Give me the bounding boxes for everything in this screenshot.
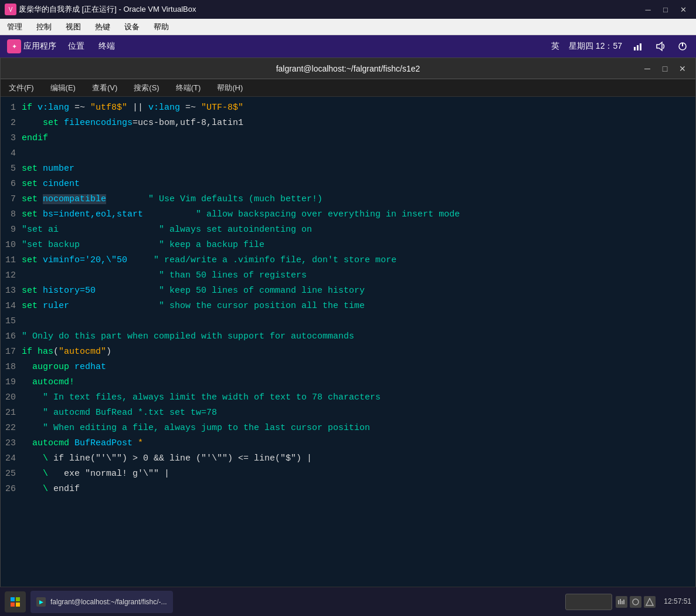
terminal-window-controls: ─ □ ✕ — [639, 62, 691, 76]
line-number: 22 — [1, 421, 22, 436]
menu-devices[interactable]: 设备 — [122, 21, 142, 33]
terminal-window: falgrant@localhost:~/falgrant/fishc/s1e2… — [0, 57, 696, 616]
terminal-title: falgrant@localhost:~/falgrant/fishc/s1e2 — [276, 64, 420, 73]
win-titlebar: V 废柴华的自我养成 [正在运行] - Oracle VM VirtualBox… — [0, 0, 696, 19]
taskbar-search[interactable] — [565, 594, 612, 610]
terminal-minimize[interactable]: ─ — [639, 62, 656, 76]
code-line-6: 6set cindent — [1, 177, 695, 192]
term-menu-search[interactable]: 搜索(S) — [130, 82, 162, 94]
line-number: 18 — [1, 360, 22, 375]
line-number: 19 — [1, 375, 22, 390]
line-content: " When editing a file, always jump to th… — [22, 421, 695, 436]
terminal-maximize[interactable]: □ — [657, 62, 673, 76]
menu-control[interactable]: 控制 — [34, 21, 54, 33]
code-line-2: 2 set fileencodings=ucs-bom,utf-8,latin1 — [1, 116, 695, 131]
line-number: 24 — [1, 451, 22, 466]
line-number: 23 — [1, 436, 22, 451]
code-line-5: 5set number — [1, 161, 695, 177]
minimize-button[interactable]: ─ — [640, 3, 656, 16]
volume-icon[interactable] — [654, 40, 667, 53]
menu-help[interactable]: 帮助 — [151, 21, 171, 33]
terminal-app-icon: ▶ — [36, 597, 46, 607]
term-menu-help[interactable]: 帮助(H) — [213, 82, 246, 94]
line-number: 10 — [1, 238, 22, 253]
terminal-titlebar: falgrant@localhost:~/falgrant/fishc/s1e2… — [1, 58, 695, 79]
line-number: 15 — [1, 314, 22, 329]
code-line-3: 3endif — [1, 131, 695, 146]
start-button[interactable] — [5, 591, 26, 612]
code-line-13: 13set history=50 " keep 50 lines of comm… — [1, 283, 695, 299]
taskbar-icon-2 — [630, 596, 641, 608]
tray-left: ✦ 应用程序 位置 终端 — [7, 39, 115, 53]
close-button[interactable]: ✕ — [675, 3, 691, 16]
line-content: endif — [22, 131, 695, 146]
vbox-menubar: 管理 控制 视图 热键 设备 帮助 — [0, 19, 696, 35]
window-title: 废柴华的自我养成 [正在运行] - Oracle VM VirtualBox — [19, 4, 196, 15]
taskbar-app-label: falgrant@localhost:~/falgrant/fishc/-... — [50, 598, 167, 606]
terminal-close[interactable]: ✕ — [674, 62, 691, 76]
line-number: 4 — [1, 146, 22, 161]
svg-marker-15 — [646, 598, 653, 605]
language-indicator[interactable]: 英 — [551, 41, 559, 52]
nav-terminal[interactable]: 终端 — [99, 41, 115, 52]
line-content: autocmd! — [22, 375, 695, 390]
line-content: set nocompatible " Use Vim defaults (muc… — [22, 192, 695, 207]
app-menu-label[interactable]: 应用程序 — [23, 41, 56, 52]
maximize-button[interactable]: □ — [657, 3, 674, 16]
network-icon[interactable] — [632, 40, 644, 53]
line-content: augroup redhat — [22, 360, 695, 375]
taskbar-icon-3 — [644, 596, 656, 608]
line-content: "set backup " keep a backup file — [22, 238, 695, 253]
taskbar-right-area: 12:57:51 — [565, 594, 691, 610]
term-menu-file[interactable]: 文件(F) — [5, 82, 38, 94]
line-content: set bs=indent,eol,start " allow backspac… — [22, 207, 695, 222]
system-tray: ✦ 应用程序 位置 终端 英 星期四 12：57 — [0, 35, 696, 57]
taskbar-icon-1 — [616, 596, 627, 608]
svg-rect-0 — [634, 47, 636, 50]
tray-right: 英 星期四 12：57 — [551, 40, 689, 53]
menu-manage[interactable]: 管理 — [5, 21, 25, 33]
term-menu-view[interactable]: 查看(V) — [89, 82, 121, 94]
code-editor[interactable]: 1if v:lang =~ "utf8$" || v:lang =~ "UTF-… — [1, 97, 695, 599]
applications-menu[interactable]: ✦ 应用程序 — [7, 39, 56, 53]
svg-rect-6 — [11, 597, 15, 601]
line-content: set cindent — [22, 177, 695, 192]
line-number: 9 — [1, 222, 22, 238]
line-content: \ exe "normal! g'\"" | — [22, 466, 695, 482]
line-content: \ if line("'\"") > 0 && line ("'\"") <= … — [22, 451, 695, 466]
code-line-10: 10"set backup " keep a backup file — [1, 238, 695, 253]
datetime-display: 星期四 12：57 — [569, 41, 622, 52]
term-menu-terminal[interactable]: 终端(T) — [172, 82, 205, 94]
code-line-14: 14set ruler " show the cursor position a… — [1, 299, 695, 314]
code-line-22: 22 " When editing a file, always jump to… — [1, 421, 695, 436]
line-content: " In text files, always limit the width … — [22, 390, 695, 405]
line-number: 26 — [1, 482, 22, 497]
line-content: set viminfo='20,\"50 " read/write a .vim… — [22, 253, 695, 268]
window-controls: ─ □ ✕ — [640, 3, 691, 16]
code-line-19: 19 autocmd! — [1, 375, 695, 390]
line-content: " autocmd BufRead *.txt set tw=78 — [22, 405, 695, 421]
line-number: 1 — [1, 100, 22, 116]
code-line-9: 9"set ai " always set autoindenting on — [1, 222, 695, 238]
svg-rect-7 — [16, 597, 20, 601]
svg-rect-8 — [11, 603, 15, 607]
term-menu-edit[interactable]: 编辑(E) — [47, 82, 79, 94]
line-content: "set ai " always set autoindenting on — [22, 222, 695, 238]
menu-view[interactable]: 视图 — [63, 21, 83, 33]
line-number: 3 — [1, 131, 22, 146]
tray-nav: 位置 终端 — [68, 41, 115, 52]
code-line-21: 21 " autocmd BufRead *.txt set tw=78 — [1, 405, 695, 421]
power-icon[interactable] — [676, 40, 689, 53]
code-line-26: 26 \ endif — [1, 482, 695, 497]
taskbar-terminal-app[interactable]: ▶ falgrant@localhost:~/falgrant/fishc/-.… — [30, 591, 173, 613]
app-menu-icon: ✦ — [7, 39, 21, 53]
menu-hotkey[interactable]: 热键 — [93, 21, 113, 33]
line-content: if has("autocmd") — [22, 344, 695, 360]
line-content: " Only do this part when compiled with s… — [22, 329, 695, 344]
code-line-1: 1if v:lang =~ "utf8$" || v:lang =~ "UTF-… — [1, 100, 695, 116]
terminal-menubar: 文件(F) 编辑(E) 查看(V) 搜索(S) 终端(T) 帮助(H) — [1, 79, 695, 97]
code-line-17: 17if has("autocmd") — [1, 344, 695, 360]
nav-places[interactable]: 位置 — [68, 41, 84, 52]
line-number: 14 — [1, 299, 22, 314]
line-content: set history=50 " keep 50 lines of comman… — [22, 283, 695, 299]
